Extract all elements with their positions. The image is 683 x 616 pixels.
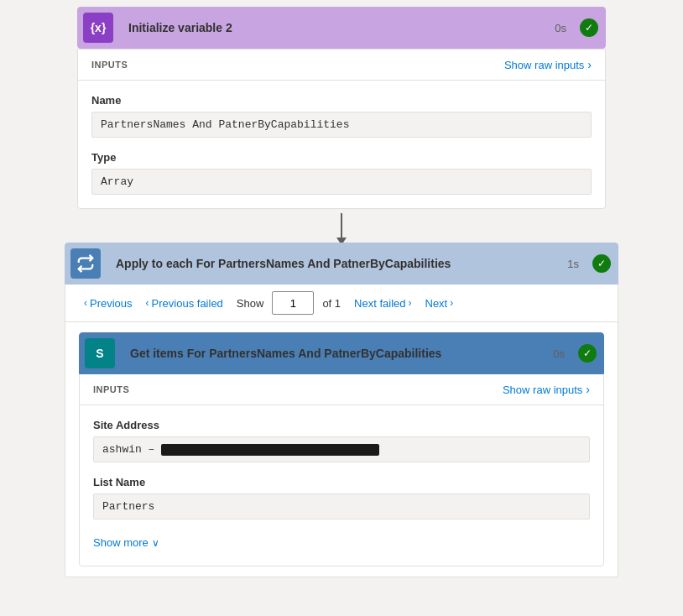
sharepoint-icon: S [85,338,115,368]
init-variable-title: Initialize variable 2 [118,21,541,34]
type-field-label: Type [91,151,592,164]
get-items-icon-box: S [80,333,120,373]
apply-each-icon-box [65,243,106,284]
init-variable-header[interactable]: {x} Initialize variable 2 0s ✓ [77,7,606,49]
previous-failed-chevron-icon: ‹ [146,297,149,309]
apply-each-container: Apply to each For PartnersNames And Patn… [65,243,618,577]
loop-icon [70,248,101,279]
apply-each-duration: 1s [554,258,592,270]
previous-button[interactable]: ‹ Previous [79,294,138,313]
init-variable-inputs-body: Name PartnersNames And PatnerByCapabilit… [78,81,605,208]
init-variable-block: {x} Initialize variable 2 0s ✓ INPUTS Sh… [77,0,606,209]
get-items-success-badge: ✓ [578,344,597,363]
show-label: Show [237,297,264,310]
init-variable-duration: 0s [541,22,580,34]
previous-failed-button[interactable]: ‹ Previous failed [141,294,228,313]
inputs-label: INPUTS [91,60,128,70]
next-failed-button[interactable]: Next failed › [349,294,416,313]
site-address-field-group: Site Address ashwin – [93,419,590,462]
type-field-value: Array [91,169,592,195]
list-name-field-group: List Name Partners [93,476,590,519]
apply-each-title: Apply to each For PartnersNames And Patn… [106,257,554,270]
get-items-step: S Get items For PartnersNames And Patner… [79,332,604,566]
name-field-label: Name [91,94,592,107]
site-address-label: Site Address [93,419,590,431]
next-chevron-icon: › [450,297,453,309]
init-variable-inputs-header: INPUTS Show raw inputs › [78,50,605,81]
inner-step-container: S Get items For PartnersNames And Patner… [65,322,618,577]
get-items-show-raw-chevron-icon: › [586,383,590,396]
type-field-group: Type Array [91,151,592,195]
next-failed-chevron-icon: › [409,297,412,309]
show-more-chevron-icon: ∨ [152,537,159,549]
get-items-inputs-label: INPUTS [93,384,129,394]
init-variable-inputs-panel: INPUTS Show raw inputs › Name PartnersNa… [77,49,606,209]
get-items-header[interactable]: S Get items For PartnersNames And Patner… [79,332,604,374]
redacted-url [161,444,379,456]
get-items-inputs-panel: INPUTS Show raw inputs › Site Address [79,374,604,566]
page-number-input[interactable] [272,291,314,315]
workflow-container: {x} Initialize variable 2 0s ✓ INPUTS Sh… [0,0,683,616]
arrow-connector [0,209,683,243]
list-name-label: List Name [93,476,590,488]
apply-each-header[interactable]: Apply to each For PartnersNames And Patn… [65,243,618,285]
get-items-inputs-body: Site Address ashwin – List Name Partners [80,405,603,566]
show-more-button[interactable]: Show more ∨ [93,533,159,552]
get-items-title: Get items For PartnersNames And PatnerBy… [120,347,540,360]
pagination-bar: ‹ Previous ‹ Previous failed Show of 1 N… [65,285,618,322]
list-name-value: Partners [93,493,590,519]
init-variable-success-badge: ✓ [580,18,598,37]
site-address-prefix: ashwin – [102,443,161,456]
get-items-show-raw-inputs-button[interactable]: Show raw inputs › [503,383,590,396]
get-items-inputs-header: INPUTS Show raw inputs › [80,374,603,405]
next-button[interactable]: Next › [420,294,459,313]
name-field-value: PartnersNames And PatnerByCapabilities [91,112,592,138]
name-field-group: Name PartnersNames And PatnerByCapabilit… [91,94,592,138]
apply-each-body: ‹ Previous ‹ Previous failed Show of 1 N… [65,285,618,577]
variable-icon: {x} [83,13,113,43]
get-items-duration: 0s [540,347,578,360]
previous-chevron-icon: ‹ [84,297,87,309]
arrow-line [341,213,342,238]
site-address-value: ashwin – [93,436,590,462]
show-raw-inputs-chevron-icon: › [587,58,592,71]
apply-each-success-badge: ✓ [592,254,611,273]
of-label: of 1 [322,297,341,310]
init-variable-icon-box: {x} [78,8,118,48]
show-raw-inputs-button[interactable]: Show raw inputs › [504,58,592,71]
